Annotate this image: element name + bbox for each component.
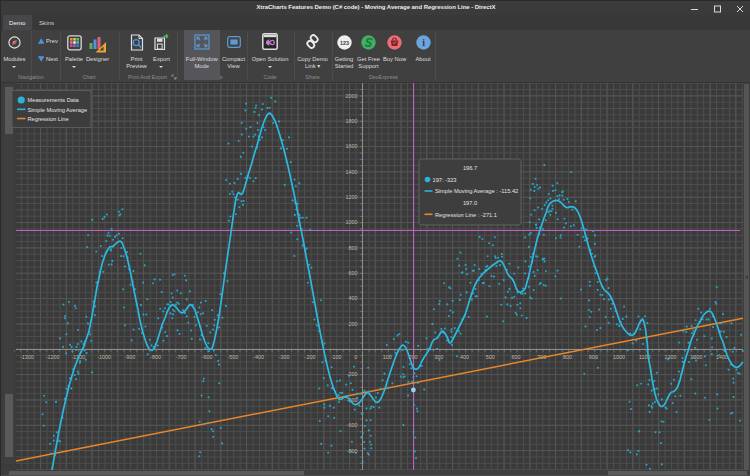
svg-text:Simple Moving Average : -115.4: Simple Moving Average : -115.42: [435, 188, 518, 194]
svg-text:197: -323: 197: -323: [433, 177, 457, 183]
svg-text:Simple Moving Average: Simple Moving Average: [28, 107, 88, 113]
svg-text:196.7: 196.7: [463, 165, 477, 171]
svg-text:Measurements Data: Measurements Data: [28, 97, 80, 103]
svg-text:Regression Line: Regression Line: [28, 116, 69, 122]
svg-text:Regression Line : -271.1: Regression Line : -271.1: [435, 212, 497, 218]
svg-text:197.0: 197.0: [463, 200, 477, 206]
